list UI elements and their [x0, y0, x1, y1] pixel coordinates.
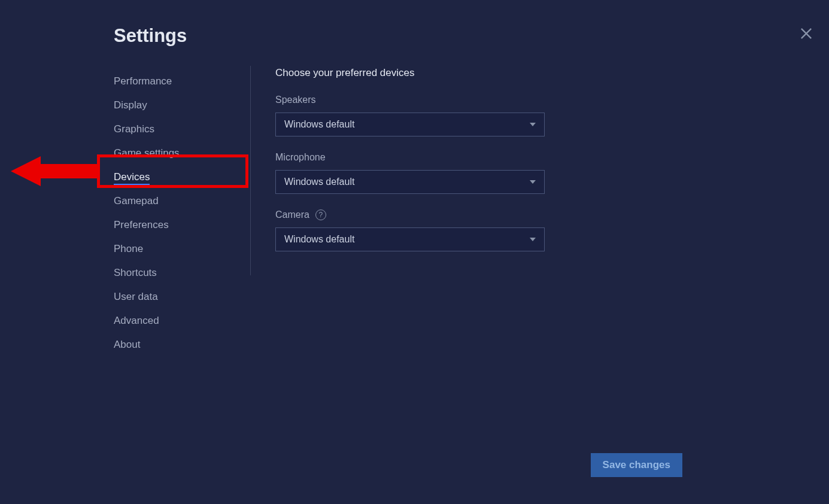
sidebar-divider	[250, 66, 251, 275]
sidebar-item-label: Shortcuts	[114, 267, 157, 278]
sidebar: Performance Display Graphics Game settin…	[114, 71, 248, 358]
sidebar-item-label: Performance	[114, 75, 172, 87]
sidebar-item-label: Graphics	[114, 123, 154, 135]
sidebar-item-gamepad[interactable]: Gamepad	[114, 190, 248, 212]
sidebar-item-label: Gamepad	[114, 195, 159, 207]
field-camera: Camera ? Windows default	[275, 210, 575, 251]
field-speakers: Speakers Windows default	[275, 95, 575, 136]
save-button[interactable]: Save changes	[591, 453, 682, 477]
section-title: Choose your preferred devices	[275, 67, 575, 79]
sidebar-item-shortcuts[interactable]: Shortcuts	[114, 262, 248, 284]
sidebar-item-label: User data	[114, 291, 158, 302]
camera-select[interactable]: Windows default	[275, 227, 545, 251]
sidebar-item-label: Preferences	[114, 219, 169, 230]
sidebar-item-performance[interactable]: Performance	[114, 71, 248, 92]
svg-marker-2	[11, 156, 98, 186]
chevron-down-icon	[530, 123, 536, 126]
sidebar-item-label: Devices	[114, 171, 150, 185]
microphone-select[interactable]: Windows default	[275, 170, 545, 194]
help-icon[interactable]: ?	[315, 210, 326, 220]
camera-label: Camera	[275, 210, 309, 220]
sidebar-item-label: Game settings	[114, 147, 180, 159]
sidebar-item-label: About	[114, 339, 140, 350]
sidebar-item-label: Advanced	[114, 315, 159, 326]
main-panel: Choose your preferred devices Speakers W…	[275, 67, 575, 267]
close-icon	[798, 34, 815, 44]
sidebar-item-display[interactable]: Display	[114, 95, 248, 116]
sidebar-item-label: Display	[114, 99, 147, 111]
speakers-value: Windows default	[284, 119, 354, 130]
sidebar-item-about[interactable]: About	[114, 334, 248, 356]
microphone-value: Windows default	[284, 177, 354, 187]
page-title: Settings	[114, 25, 187, 47]
sidebar-item-preferences[interactable]: Preferences	[114, 214, 248, 236]
field-microphone: Microphone Windows default	[275, 152, 575, 194]
speakers-select[interactable]: Windows default	[275, 113, 545, 136]
sidebar-item-phone[interactable]: Phone	[114, 238, 248, 260]
sidebar-item-game-settings[interactable]: Game settings	[114, 142, 248, 164]
speakers-label: Speakers	[275, 95, 575, 105]
sidebar-item-user-data[interactable]: User data	[114, 286, 248, 308]
camera-value: Windows default	[284, 234, 354, 245]
sidebar-item-label: Phone	[114, 243, 143, 254]
sidebar-item-advanced[interactable]: Advanced	[114, 310, 248, 332]
microphone-label: Microphone	[275, 152, 575, 163]
annotation-arrow-icon	[11, 153, 101, 189]
chevron-down-icon	[530, 238, 536, 241]
chevron-down-icon	[530, 180, 536, 184]
sidebar-item-devices[interactable]: Devices	[114, 166, 248, 188]
sidebar-item-graphics[interactable]: Graphics	[114, 119, 248, 140]
close-button[interactable]	[798, 25, 815, 42]
